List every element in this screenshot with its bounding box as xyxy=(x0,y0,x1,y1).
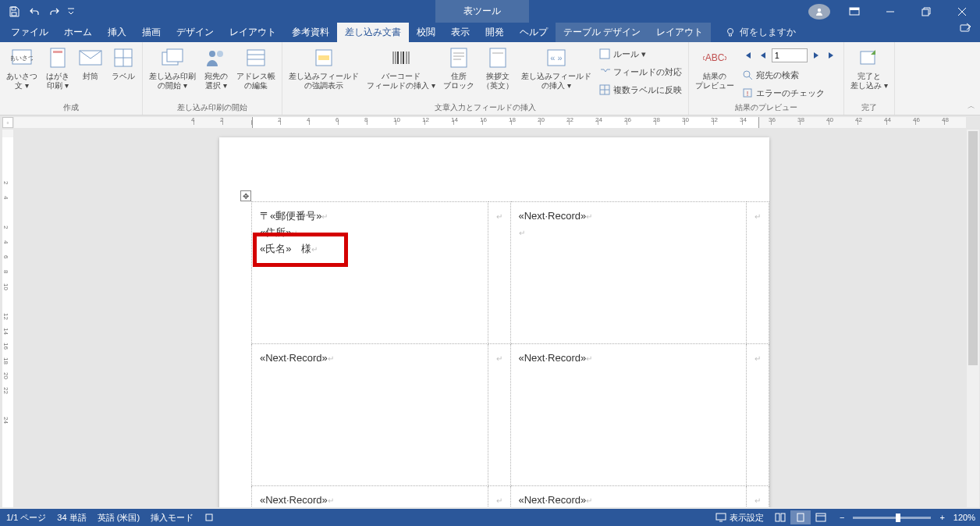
record-number-input[interactable] xyxy=(772,48,808,62)
barcode-field-button[interactable]: バーコードフィールドの挿入 ▾ xyxy=(364,44,439,101)
svg-text:« »: « » xyxy=(550,53,562,62)
tab-table-layout[interactable]: レイアウト xyxy=(648,23,711,42)
save-button[interactable] xyxy=(5,2,23,21)
envelope-button[interactable]: 封筒 xyxy=(75,44,106,101)
tab-home[interactable]: ホーム xyxy=(56,23,100,42)
label-cell-5[interactable]: «Next·Record»↵ xyxy=(252,486,488,508)
label-cell-3[interactable]: «Next·Record»↵ xyxy=(252,344,488,486)
gutter-cell[interactable]: ↵ xyxy=(747,202,769,344)
print-layout-button[interactable] xyxy=(790,510,811,524)
svg-point-45 xyxy=(744,71,750,77)
macro-recording-icon[interactable] xyxy=(204,513,214,522)
tab-review[interactable]: 校閲 xyxy=(409,23,443,42)
svg-point-19 xyxy=(217,51,223,57)
label-cell-4[interactable]: «Next·Record»↵ xyxy=(510,344,747,486)
find-recipient-button[interactable]: 宛先の検索 xyxy=(739,66,840,84)
ribbon-tabs: ファイル ホーム 挿入 描画 デザイン レイアウト 参考資料 差し込み文書 校閲… xyxy=(0,23,980,42)
tab-insert[interactable]: 挿入 xyxy=(100,23,134,42)
record-navigation xyxy=(739,45,840,66)
tab-table-design[interactable]: テーブル デザイン xyxy=(556,23,648,42)
postcard-print-button[interactable]: はがき印刷 ▾ xyxy=(42,44,73,101)
gutter-cell[interactable]: ↵ xyxy=(488,202,510,344)
svg-rect-54 xyxy=(781,514,785,521)
ruler-corner[interactable]: ▫ xyxy=(2,117,13,128)
next-record-button[interactable] xyxy=(809,48,823,62)
greeting-text-button[interactable]: あいさつあいさつ文 ▾ xyxy=(3,44,41,101)
label-cell-6[interactable]: «Next·Record»↵ xyxy=(510,486,747,508)
table-row: «Next·Record»↵ ↵ «Next·Record»↵ ↵ xyxy=(252,344,769,486)
svg-text:!: ! xyxy=(747,90,749,98)
redo-button[interactable] xyxy=(45,2,64,21)
display-settings[interactable]: 表示設定 xyxy=(715,512,764,524)
gutter-cell[interactable]: ↵ xyxy=(488,344,510,486)
check-errors-button[interactable]: !エラーのチェック xyxy=(739,84,840,101)
minimize-button[interactable] xyxy=(872,0,908,23)
preview-results-button[interactable]: «ABC»結果のプレビュー xyxy=(692,44,737,101)
svg-rect-55 xyxy=(797,514,804,521)
vertical-ruler[interactable]: 2424681012141618202224 xyxy=(2,130,13,507)
svg-rect-36 xyxy=(490,48,506,67)
label-cell-1[interactable]: 〒«郵便番号»↵ «住所»↵ «氏名» 様↵ xyxy=(252,202,488,344)
ribbon-display-options-button[interactable] xyxy=(836,0,872,23)
undo-button[interactable] xyxy=(25,2,44,21)
tab-file[interactable]: ファイル xyxy=(3,23,56,42)
page-count[interactable]: 1/1 ページ xyxy=(6,512,46,524)
prev-record-button[interactable] xyxy=(756,48,770,62)
svg-rect-53 xyxy=(776,514,779,521)
greeting-line-button[interactable]: 挨拶文（英文） xyxy=(479,44,517,101)
zoom-level[interactable]: 120% xyxy=(953,513,975,522)
insert-merge-field-button[interactable]: « »差し込みフィールドの挿入 ▾ xyxy=(518,44,595,101)
zoom-out-button[interactable]: − xyxy=(837,513,847,522)
title-bar: 文書 1 - Word 表ツール xyxy=(0,0,980,23)
tab-layout[interactable]: レイアウト xyxy=(222,23,284,42)
address-block-button[interactable]: 住所ブロック xyxy=(440,44,478,101)
select-recipients-button[interactable]: 宛先の選択 ▾ xyxy=(201,44,232,101)
svg-point-18 xyxy=(209,51,215,57)
zoom-slider[interactable] xyxy=(853,517,931,519)
document-area[interactable]: ✥ 〒«郵便番号»↵ «住所»↵ «氏名» 様↵ ↵ «Next·Record»… xyxy=(14,130,966,507)
gutter-cell[interactable]: ↵ xyxy=(747,344,769,486)
language-status[interactable]: 英語 (米国) xyxy=(98,512,140,524)
svg-point-2 xyxy=(818,8,821,11)
vertical-scrollbar[interactable] xyxy=(967,130,979,507)
tab-draw[interactable]: 描画 xyxy=(134,23,169,42)
finish-merge-button[interactable]: 完了と差し込み ▾ xyxy=(847,44,891,101)
read-mode-button[interactable] xyxy=(770,510,790,524)
tab-developer[interactable]: 開発 xyxy=(478,23,512,42)
horizontal-ruler[interactable] xyxy=(14,117,966,128)
word-count[interactable]: 34 単語 xyxy=(57,512,86,524)
scrollbar-thumb[interactable] xyxy=(968,131,978,365)
restore-button[interactable] xyxy=(908,0,944,23)
start-mail-merge-button[interactable]: 差し込み印刷の開始 ▾ xyxy=(146,44,199,101)
insert-mode[interactable]: 挿入モード xyxy=(151,512,194,524)
tab-view[interactable]: 表示 xyxy=(443,23,478,42)
svg-rect-7 xyxy=(960,25,969,31)
label-cell-2[interactable]: «Next·Record»↵ ↵ xyxy=(510,202,747,344)
tab-references[interactable]: 参考資料 xyxy=(284,23,337,42)
first-record-button[interactable] xyxy=(740,48,755,62)
web-layout-button[interactable] xyxy=(811,510,831,524)
highlight-merge-fields-button[interactable]: 差し込みフィールドの強調表示 xyxy=(286,44,362,101)
collapse-ribbon-button[interactable]: ︿ xyxy=(968,101,975,112)
tell-me-search[interactable]: 何をしますか xyxy=(725,23,796,42)
close-button[interactable] xyxy=(944,0,980,23)
gutter-cell[interactable]: ↵ xyxy=(488,486,510,508)
share-button[interactable] xyxy=(960,23,972,34)
match-fields-button[interactable]: フィールドの対応 xyxy=(596,63,685,80)
user-account-button[interactable] xyxy=(805,0,836,23)
last-record-button[interactable] xyxy=(825,48,839,62)
table-move-handle[interactable]: ✥ xyxy=(240,190,251,201)
tab-mailings[interactable]: 差し込み文書 xyxy=(337,23,409,42)
rules-button[interactable]: ルール ▾ xyxy=(596,45,685,62)
edit-recipient-list-button[interactable]: アドレス帳の編集 xyxy=(233,44,279,101)
gutter-cell[interactable]: ↵ xyxy=(747,486,769,508)
zoom-in-button[interactable]: + xyxy=(937,513,946,522)
tab-design[interactable]: デザイン xyxy=(169,23,222,42)
update-labels-button[interactable]: 複数ラベルに反映 xyxy=(596,81,685,98)
labels-table: 〒«郵便番号»↵ «住所»↵ «氏名» 様↵ ↵ «Next·Record»↵ … xyxy=(251,201,769,507)
view-buttons xyxy=(770,510,831,524)
label-button[interactable]: ラベル xyxy=(108,44,139,101)
zoom-slider-handle[interactable] xyxy=(896,514,900,522)
qat-customize-button[interactable] xyxy=(66,2,76,21)
tab-help[interactable]: ヘルプ xyxy=(512,23,556,42)
